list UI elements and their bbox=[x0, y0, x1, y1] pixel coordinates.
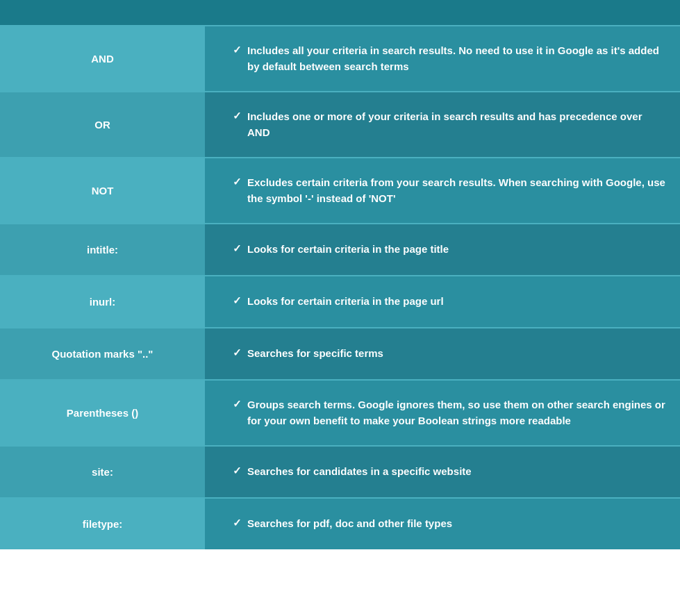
header-boolean-terms bbox=[0, 0, 205, 25]
checkmark-icon: ✓ bbox=[233, 398, 242, 410]
table-header bbox=[0, 0, 680, 25]
checkmark-icon: ✓ bbox=[233, 347, 242, 359]
cell-use: ✓ Looks for certain criteria in the page… bbox=[205, 224, 680, 275]
checkmark-icon: ✓ bbox=[233, 110, 242, 122]
use-text: Excludes certain criteria from your sear… bbox=[247, 175, 666, 206]
term-label: site: bbox=[92, 466, 113, 478]
table-row: inurl: ✓ Looks for certain criteria in t… bbox=[0, 275, 680, 327]
use-text: Searches for pdf, doc and other file typ… bbox=[247, 516, 452, 532]
cell-term: inurl: bbox=[0, 276, 205, 327]
cell-use-inner: ✓ Groups search terms. Google ignores th… bbox=[233, 397, 666, 428]
checkmark-icon: ✓ bbox=[233, 517, 242, 529]
table-row: NOT ✓ Excludes certain criteria from you… bbox=[0, 157, 680, 223]
table-row: OR ✓ Includes one or more of your criter… bbox=[0, 91, 680, 157]
table-row: site: ✓ Searches for candidates in a spe… bbox=[0, 445, 680, 497]
term-label: AND bbox=[91, 53, 114, 65]
checkmark-icon: ✓ bbox=[233, 176, 242, 188]
table-row: AND ✓ Includes all your criteria in sear… bbox=[0, 25, 680, 91]
use-text: Searches for candidates in a specific we… bbox=[247, 464, 472, 480]
checkmark-icon: ✓ bbox=[233, 44, 242, 56]
use-text: Includes one or more of your criteria in… bbox=[247, 109, 666, 140]
cell-term: NOT bbox=[0, 158, 205, 223]
use-text: Searches for specific terms bbox=[247, 346, 383, 362]
cell-use-inner: ✓ Looks for certain criteria in the page… bbox=[233, 242, 449, 258]
cell-term: AND bbox=[0, 26, 205, 91]
cell-use-inner: ✓ Excludes certain criteria from your se… bbox=[233, 175, 666, 206]
term-label: Quotation marks ".."​ bbox=[52, 348, 154, 360]
cell-use: ✓ Searches for pdf, doc and other file t… bbox=[205, 499, 680, 549]
cell-use: ✓ Searches for specific terms bbox=[205, 328, 680, 379]
cell-use: ✓ Searches for candidates in a specific … bbox=[205, 447, 680, 497]
cell-use-inner: ✓ Looks for certain criteria in the page… bbox=[233, 294, 444, 310]
cell-use: ✓ Groups search terms. Google ignores th… bbox=[205, 381, 680, 445]
use-text: Includes all your criteria in search res… bbox=[247, 43, 666, 74]
table-row: Parentheses () ✓ Groups search terms. Go… bbox=[0, 379, 680, 445]
table-body: AND ✓ Includes all your criteria in sear… bbox=[0, 25, 680, 549]
cell-use-inner: ✓ Searches for specific terms bbox=[233, 346, 383, 362]
term-label: inurl: bbox=[90, 296, 116, 308]
use-text: Groups search terms. Google ignores them… bbox=[247, 397, 666, 428]
term-label: intitle: bbox=[87, 244, 118, 256]
cell-use: ✓ Includes one or more of your criteria … bbox=[205, 92, 680, 157]
checkmark-icon: ✓ bbox=[233, 465, 242, 477]
boolean-table: AND ✓ Includes all your criteria in sear… bbox=[0, 0, 680, 549]
table-row: intitle: ✓ Looks for certain criteria in… bbox=[0, 223, 680, 275]
cell-use: ✓ Includes all your criteria in search r… bbox=[205, 26, 680, 91]
use-text: Looks for certain criteria in the page t… bbox=[247, 242, 449, 258]
cell-use: ✓ Looks for certain criteria in the page… bbox=[205, 276, 680, 327]
cell-use-inner: ✓ Searches for candidates in a specific … bbox=[233, 464, 472, 480]
table-row: filetype: ✓ Searches for pdf, doc and ot… bbox=[0, 497, 680, 549]
cell-term: filetype: bbox=[0, 499, 205, 549]
table-row: Quotation marks ".."​ ✓ Searches for spe… bbox=[0, 327, 680, 379]
checkmark-icon: ✓ bbox=[233, 242, 242, 255]
term-label: Parentheses () bbox=[67, 407, 138, 419]
cell-use-inner: ✓ Includes one or more of your criteria … bbox=[233, 109, 666, 140]
checkmark-icon: ✓ bbox=[233, 294, 242, 307]
term-label: filetype: bbox=[83, 518, 123, 530]
cell-use: ✓ Excludes certain criteria from your se… bbox=[205, 158, 680, 223]
header-use bbox=[205, 0, 680, 25]
cell-use-inner: ✓ Searches for pdf, doc and other file t… bbox=[233, 516, 452, 532]
cell-use-inner: ✓ Includes all your criteria in search r… bbox=[233, 43, 666, 74]
term-label: NOT bbox=[92, 185, 114, 197]
term-label: OR bbox=[94, 119, 110, 131]
cell-term: site: bbox=[0, 447, 205, 497]
cell-term: Quotation marks ".."​ bbox=[0, 328, 205, 379]
cell-term: OR bbox=[0, 92, 205, 157]
use-text: Looks for certain criteria in the page u… bbox=[247, 294, 444, 310]
cell-term: Parentheses () bbox=[0, 381, 205, 445]
cell-term: intitle: bbox=[0, 224, 205, 275]
